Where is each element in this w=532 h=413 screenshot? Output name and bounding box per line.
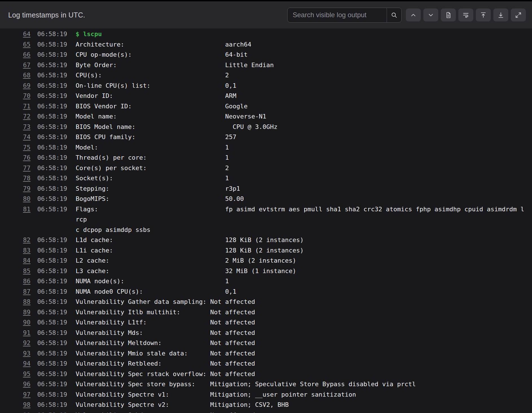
- arrow-down-to-line-icon: [497, 12, 504, 19]
- line-number-link[interactable]: 76: [0, 153, 30, 163]
- log-line: 8806:58:19Vulnerability Gather data samp…: [0, 297, 532, 307]
- line-number-link[interactable]: 88: [0, 297, 30, 307]
- log-line: 8906:58:19Vulnerability Itlb multihit: N…: [0, 307, 532, 318]
- line-number-link[interactable]: 82: [0, 235, 30, 245]
- line-number-link[interactable]: 99: [0, 410, 30, 413]
- line-text: Vulnerability Meltdown: Not affected: [76, 338, 532, 348]
- line-text: Byte Order: Little Endian: [76, 60, 532, 71]
- log-line: 7506:58:19Model: 1: [0, 142, 532, 153]
- chevron-down-icon: [427, 12, 434, 19]
- search-icon: [391, 12, 398, 19]
- line-number-link[interactable]: 73: [0, 122, 30, 132]
- line-text: L3 cache: 32 MiB (1 instance): [76, 266, 532, 276]
- line-text: NUMA node0 CPU(s): 0,1: [76, 287, 532, 297]
- line-number-link[interactable]: 66: [0, 50, 30, 60]
- line-number-link[interactable]: 85: [0, 266, 30, 276]
- log-line: 7906:58:19Stepping: r3p1: [0, 184, 532, 194]
- line-timestamp: 06:58:19: [37, 235, 67, 245]
- scroll-to-bottom-button[interactable]: [493, 8, 508, 21]
- line-text: On-line CPU(s) list: 0,1: [76, 81, 532, 91]
- line-number-link[interactable]: 68: [0, 70, 30, 81]
- log-line: 9006:58:19Vulnerability L1tf: Not affect…: [0, 317, 532, 328]
- log-line: 8106:58:19Flags: fp asimd evtstrm aes pm…: [0, 204, 532, 235]
- line-timestamp: 06:58:19: [37, 204, 67, 215]
- line-number-link[interactable]: 89: [0, 307, 30, 318]
- line-timestamp: 06:58:19: [37, 297, 67, 307]
- line-number-link[interactable]: 80: [0, 194, 30, 204]
- search-input[interactable]: [288, 8, 387, 22]
- line-number-link[interactable]: 71: [0, 101, 30, 112]
- log-viewer: Log timestamps in UTC.: [0, 0, 532, 413]
- log-line: 6606:58:19CPU op-mode(s): 64-bit: [0, 50, 532, 60]
- line-number-link[interactable]: 94: [0, 359, 30, 369]
- line-number-link[interactable]: 92: [0, 338, 30, 348]
- line-timestamp: 06:58:19: [37, 153, 67, 163]
- log-line: 6806:58:19CPU(s): 2: [0, 70, 532, 81]
- line-number-link[interactable]: 83: [0, 245, 30, 256]
- line-number-link[interactable]: 95: [0, 369, 30, 379]
- line-number-link[interactable]: 93: [0, 348, 30, 359]
- line-text: BogoMIPS: 50.00: [76, 194, 532, 204]
- line-text: Vulnerability L1tf: Not affected: [76, 317, 532, 328]
- line-timestamp: 06:58:19: [37, 50, 67, 60]
- arrow-up-to-line-icon: [480, 12, 487, 19]
- log-line: 7006:58:19Vendor ID: ARM: [0, 91, 532, 101]
- log-line: 6706:58:19Byte Order: Little Endian: [0, 60, 532, 71]
- line-number-link[interactable]: 91: [0, 328, 30, 338]
- line-number-link[interactable]: 84: [0, 256, 30, 266]
- line-text: L2 cache: 2 MiB (2 instances): [76, 256, 532, 266]
- line-timestamp: 06:58:19: [37, 317, 67, 328]
- previous-match-button[interactable]: [406, 8, 421, 21]
- log-line: 8406:58:19L2 cache: 2 MiB (2 instances): [0, 256, 532, 266]
- line-number-link[interactable]: 98: [0, 400, 30, 410]
- line-number-link[interactable]: 74: [0, 132, 30, 142]
- scroll-to-top-button[interactable]: [476, 8, 491, 21]
- line-timestamp: 06:58:19: [37, 348, 67, 359]
- line-text: Vulnerability Spectre v1: Mitigation; __…: [76, 390, 532, 400]
- line-number-link[interactable]: 67: [0, 60, 30, 71]
- log-toolbar: Log timestamps in UTC.: [0, 1, 532, 28]
- line-number-link[interactable]: 87: [0, 287, 30, 297]
- line-number-link[interactable]: 81: [0, 204, 30, 215]
- log-line: 9306:58:19Vulnerability Mmio stale data:…: [0, 348, 532, 359]
- line-timestamp: 06:58:19: [37, 142, 67, 153]
- fullscreen-button[interactable]: [511, 8, 526, 21]
- log-line: 7106:58:19BIOS Vendor ID: Google: [0, 101, 532, 112]
- line-text: BIOS Vendor ID: Google: [76, 101, 532, 112]
- log-line: 9406:58:19Vulnerability Retbleed: Not af…: [0, 359, 532, 369]
- line-timestamp: 06:58:19: [37, 307, 67, 318]
- line-number-link[interactable]: 65: [0, 39, 30, 50]
- log-line: 8506:58:19L3 cache: 32 MiB (1 instance): [0, 266, 532, 276]
- log-line: 6506:58:19Architecture: aarch64: [0, 39, 532, 50]
- line-number-link[interactable]: 97: [0, 390, 30, 400]
- line-number-link[interactable]: 77: [0, 163, 30, 173]
- line-number-link[interactable]: 78: [0, 173, 30, 184]
- raw-log-button[interactable]: [441, 8, 456, 21]
- log-line: 7206:58:19Model name: Neoverse-N1: [0, 111, 532, 122]
- line-text: Vulnerability Itlb multihit: Not affecte…: [76, 307, 532, 318]
- line-number-link[interactable]: 69: [0, 81, 30, 91]
- line-number-link[interactable]: 86: [0, 276, 30, 287]
- line-text: CPU op-mode(s): 64-bit: [76, 50, 532, 60]
- line-timestamp: 06:58:19: [37, 400, 67, 410]
- line-number-link[interactable]: 64: [0, 29, 30, 39]
- line-timestamp: 06:58:19: [37, 101, 67, 112]
- log-output: 6406:58:19$ lscpu6506:58:19Architecture:…: [0, 28, 532, 413]
- line-timestamp: 06:58:19: [37, 410, 67, 413]
- search-button[interactable]: [387, 8, 401, 22]
- line-text: BIOS CPU family: 257: [76, 132, 532, 142]
- line-timestamp: 06:58:19: [37, 287, 67, 297]
- line-wrap-button[interactable]: [458, 8, 473, 21]
- line-number-link[interactable]: 96: [0, 379, 30, 390]
- line-number-link[interactable]: 79: [0, 184, 30, 194]
- line-number-link[interactable]: 72: [0, 111, 30, 122]
- log-line: 8606:58:19NUMA node(s): 1: [0, 276, 532, 287]
- line-number-link[interactable]: 90: [0, 317, 30, 328]
- line-timestamp: 06:58:19: [37, 184, 67, 194]
- line-timestamp: 06:58:19: [37, 163, 67, 173]
- log-line: 9606:58:19Vulnerability Spec store bypas…: [0, 379, 532, 390]
- line-number-link[interactable]: 70: [0, 91, 30, 101]
- line-timestamp: 06:58:19: [37, 276, 67, 287]
- line-number-link[interactable]: 75: [0, 142, 30, 153]
- next-match-button[interactable]: [423, 8, 438, 21]
